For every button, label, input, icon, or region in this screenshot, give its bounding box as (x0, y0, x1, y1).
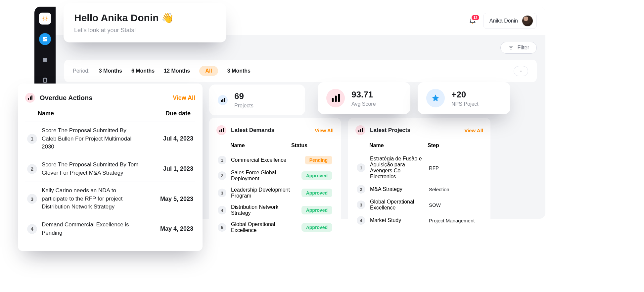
row-step: Project Management (429, 218, 482, 223)
nav-dashboard[interactable] (39, 33, 51, 45)
status-badge: Approved (301, 189, 332, 197)
row-name: Score The Proposal Submitted By Tom Glov… (42, 161, 142, 177)
demand-row[interactable]: 5 Global Operational Excellence Approved (216, 219, 334, 236)
notifications-button[interactable]: 12 (468, 16, 477, 26)
row-name: Distribution Network Strategy (231, 204, 297, 216)
row-step: RFP (429, 165, 482, 171)
app-logo[interactable] (39, 13, 51, 25)
avatar (522, 15, 533, 27)
row-index: 3 (27, 194, 37, 204)
row-index: 3 (357, 201, 365, 209)
period-option-6m[interactable]: 6 Months (131, 68, 155, 74)
project-row[interactable]: 3 Global Operational Excellence SOW (355, 196, 483, 213)
kpi-nps-label: NPS Poject (451, 101, 479, 107)
row-index: 5 (218, 223, 226, 232)
project-row[interactable]: 4 Market Study Project Management (355, 213, 483, 227)
overdue-row[interactable]: 1 Score The Proposal Submitted By Caleb … (25, 122, 195, 156)
col-step: Step (428, 143, 481, 148)
row-due: May 5, 2023 (147, 196, 193, 203)
col-name: Name (28, 110, 146, 117)
status-badge: Approved (301, 223, 332, 232)
demand-row[interactable]: 2 Sales Force Global Deployment Approved (216, 167, 334, 184)
overdue-row[interactable]: 2 Score The Proposal Submitted By Tom Gl… (25, 156, 195, 182)
row-name: Global Operational Excellence (370, 199, 424, 211)
demands-title: Latest Demands (231, 127, 310, 134)
row-name: Market Study (370, 217, 424, 223)
filter-label: Filter (517, 45, 529, 51)
period-bar: Period: 3 Months 6 Months 12 Months All … (64, 60, 537, 82)
notification-count-badge: 12 (471, 14, 480, 21)
demand-row[interactable]: 3 Leadership Development Program Approve… (216, 184, 334, 202)
period-active-chip[interactable]: All (199, 66, 218, 76)
bars-icon (326, 89, 345, 107)
status-badge: Pending (305, 156, 332, 164)
row-step: SOW (429, 202, 482, 208)
row-index: 1 (357, 163, 365, 172)
overdue-title: Overdue Actions (40, 94, 168, 102)
demands-view-all[interactable]: View All (315, 128, 334, 133)
svg-line-10 (46, 17, 47, 18)
demands-header: Name Status (216, 141, 334, 153)
user-menu[interactable]: Anika Donin (483, 13, 537, 29)
row-index: 2 (27, 164, 37, 174)
svg-point-15 (46, 60, 47, 61)
row-name: Leadership Development Program (231, 187, 297, 199)
row-due: May 4, 2023 (147, 225, 193, 232)
row-index: 4 (27, 224, 37, 234)
svg-rect-12 (45, 37, 47, 38)
period-option-12m[interactable]: 12 Months (164, 68, 190, 74)
row-due: Jul 4, 2023 (147, 135, 193, 142)
kpi-projects-label: Projects (234, 103, 253, 109)
row-due: Jul 1, 2023 (147, 165, 193, 172)
bars-icon (216, 125, 226, 135)
svg-rect-14 (43, 39, 45, 41)
kpi-avg-label: Avg Score (351, 101, 376, 107)
row-name: Kelly Carino needs an NDA to participate… (42, 187, 142, 211)
projects-view-all[interactable]: View All (464, 128, 483, 133)
nav-item-2[interactable] (39, 54, 51, 66)
col-due: Due date (146, 110, 193, 117)
status-badge: Approved (301, 206, 332, 214)
status-badge: Approved (301, 171, 332, 180)
overdue-view-all[interactable]: View All (173, 94, 195, 101)
col-name: Name (219, 143, 291, 148)
project-row[interactable]: 1 Estratégia de Fusão e Aquisição para A… (355, 153, 483, 182)
kpi-projects-value: 69 (234, 91, 253, 101)
filter-button[interactable]: Filter (500, 42, 537, 54)
kpi-nps-value: +20 (451, 89, 479, 100)
svg-line-9 (43, 20, 44, 21)
row-index: 2 (218, 171, 226, 180)
period-display[interactable]: 3 Months (227, 68, 251, 74)
row-index: 1 (218, 156, 226, 164)
kpi-projects[interactable]: 69 Projects (209, 85, 305, 115)
period-trailing[interactable]: - (514, 66, 528, 76)
overdue-row[interactable]: 4 Demand Commercial Excellence is Pendin… (25, 216, 195, 242)
row-name: Demand Commercial Excellence is Pending (42, 221, 142, 237)
row-name: Global Operational Excellence (231, 221, 297, 233)
row-name: Estratégia de Fusão e Aquisição para Ave… (370, 156, 424, 180)
kpi-avg-value: 93.71 (351, 89, 376, 100)
project-row[interactable]: 2 M&A Strategy Selection (355, 182, 483, 196)
svg-point-16 (46, 61, 47, 61)
row-step: Selection (429, 187, 482, 192)
demand-row[interactable]: 4 Distribution Network Strategy Approved (216, 202, 334, 219)
bars-icon (355, 125, 365, 135)
overdue-actions-card: Overdue Actions View All Name Due date 1… (18, 84, 203, 251)
col-name: Name (358, 143, 428, 148)
overdue-row[interactable]: 3 Kelly Carino needs an NDA to participa… (25, 182, 195, 216)
row-index: 3 (218, 189, 226, 197)
period-label: Period: (73, 68, 90, 74)
projects-title: Latest Projects (370, 127, 460, 134)
col-status: Status (291, 143, 331, 148)
filter-icon (508, 45, 514, 51)
kpi-nps[interactable]: +20 NPS Poject (418, 82, 510, 114)
row-index: 1 (27, 134, 37, 144)
bars-icon (218, 95, 228, 105)
row-name: M&A Strategy (370, 186, 424, 192)
kpi-avg-score[interactable]: 93.71 Avg Score (318, 82, 410, 114)
row-index: 4 (357, 216, 365, 225)
demand-row[interactable]: 1 Commercial Excellence Pending (216, 153, 334, 167)
star-icon (426, 89, 445, 107)
greeting-title: Hello Anika Donin 👋 (74, 12, 216, 24)
period-option-3m[interactable]: 3 Months (99, 68, 122, 74)
